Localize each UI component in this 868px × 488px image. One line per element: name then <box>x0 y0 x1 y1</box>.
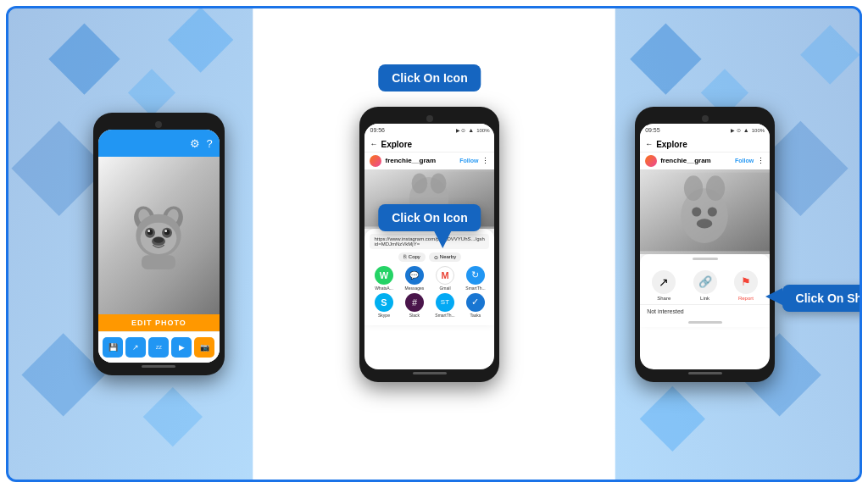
phone2-home-indicator <box>413 372 447 374</box>
stories-btn[interactable]: ▶ <box>171 337 192 358</box>
phone3-battery: 100% <box>752 128 765 133</box>
phone3-screen: 09:55 ▶ ⊙ ▲ 100% ← Explore <box>640 124 770 369</box>
photo-area <box>98 157 220 314</box>
slack-share-item[interactable]: # Slack <box>400 293 428 318</box>
gmail-share-item[interactable]: M Gmail <box>431 266 459 291</box>
svg-point-36 <box>706 175 725 201</box>
copy-btn[interactable]: ⎘ Copy <box>398 252 426 262</box>
slack-icon: # <box>405 293 424 312</box>
phone3-follow-btn[interactable]: Follow <box>735 158 754 164</box>
phone2: 09:56 ▶ ⊙ ▲ 100% ← Explore <box>359 107 499 382</box>
skype-share-item[interactable]: S Skype <box>370 293 398 318</box>
link-option-item[interactable]: 🔗 Link <box>693 270 717 301</box>
phone3-section: 09:55 ▶ ⊙ ▲ 100% ← Explore <box>635 107 775 382</box>
share-option-label: Share <box>657 296 670 301</box>
messages-share-item[interactable]: 💬 Messages <box>400 266 428 291</box>
callout-text-1: Click On Icon <box>392 211 467 225</box>
phone3-signal: ▶ ⊙ <box>731 127 741 133</box>
smartthing2-label: SmartTh... <box>435 313 454 318</box>
phone1-camera <box>155 121 162 128</box>
phone3-wifi: ▲ <box>743 127 749 133</box>
share-option-item[interactable]: ↗ Share <box>652 270 676 301</box>
not-interested-label[interactable]: Not interested <box>640 304 770 318</box>
main-container: ⚙ ? <box>6 6 862 482</box>
share-apps-grid-2: S Skype # Slack <box>370 293 489 318</box>
svg-point-32 <box>431 173 447 193</box>
phone2-wifi: ▲ <box>468 127 474 133</box>
phone1-wrapper: ⚙ ? <box>93 113 225 375</box>
share-icon: ↗ <box>132 343 139 352</box>
edit-photo-btn[interactable]: EDIT PHOTO <box>98 314 220 331</box>
whatsapp-icon: W <box>375 266 393 285</box>
phone2-app-title: Explore <box>381 140 489 149</box>
gmail-icon: M <box>436 266 454 285</box>
help-icon[interactable]: ? <box>207 137 213 150</box>
tasks-icon: ✓ <box>466 293 485 312</box>
phone3-camera <box>702 115 709 122</box>
phone1-home-indicator <box>142 365 175 368</box>
bottom-toolbar: 💾 ↗ ZZ ▶ 📷 <box>98 331 220 363</box>
share-actions-row: ⎘ Copy ⊙ Nearby <box>370 252 489 262</box>
post-later-btn[interactable]: ZZ <box>148 337 169 358</box>
report-option-label: Report <box>738 296 754 301</box>
svg-point-25 <box>165 230 168 232</box>
svg-rect-2 <box>48 23 120 94</box>
share-icon-btn[interactable]: ↗ <box>125 337 146 358</box>
phone3-wrapper: 09:55 ▶ ⊙ ▲ 100% ← Explore <box>635 107 775 382</box>
svg-point-24 <box>148 230 151 232</box>
phone2-screen: 09:56 ▶ ⊙ ▲ 100% ← Explore <box>364 124 494 369</box>
phone3: 09:55 ▶ ⊙ ▲ 100% ← Explore <box>635 107 775 382</box>
phone3-back-icon[interactable]: ← <box>645 140 653 148</box>
smartthing2-share-item[interactable]: ST SmartTh... <box>431 293 459 318</box>
share-sheet: https://www.instagram.com/p/CgDVVYUhS...… <box>364 229 494 325</box>
skype-icon: S <box>375 293 393 312</box>
messages-icon: 💬 <box>405 266 424 285</box>
svg-rect-28 <box>142 255 175 269</box>
messages-label: Messages <box>405 286 425 291</box>
tasks-share-item[interactable]: ✓ Tasks <box>461 293 489 318</box>
report-option-item[interactable]: ⚑ Report <box>734 270 758 301</box>
feed-btn[interactable]: 📷 <box>194 337 214 358</box>
whatsapp-share-item[interactable]: W WhatsA... <box>370 266 398 291</box>
phone2-time: 09:56 <box>370 127 385 133</box>
back-icon[interactable]: ← <box>370 140 377 148</box>
phone3-explore-header: ← Explore <box>640 137 770 152</box>
insta-options-sheet: ↗ Share 🔗 Link <box>640 254 770 327</box>
callout-bubble-1: Click On Icon <box>378 64 481 92</box>
phone2-follow-btn[interactable]: Follow <box>459 158 478 164</box>
share-apps-grid: W WhatsA... 💬 Messages <box>370 266 489 291</box>
sheet-bottom-handle <box>688 321 722 324</box>
more-icon[interactable]: ⋮ <box>481 157 489 165</box>
share-option-icon: ↗ <box>652 270 676 294</box>
nearby-label: Nearby <box>440 254 456 259</box>
copy-icon: ⎘ <box>403 254 407 259</box>
phone3-more-icon[interactable]: ⋮ <box>757 157 765 165</box>
phone1: ⚙ ? <box>93 113 225 375</box>
callout-arrow-2 <box>765 288 782 305</box>
link-option-icon: 🔗 <box>693 270 717 294</box>
phone2-battery: 100% <box>476 128 489 133</box>
phone2-avatar <box>370 155 381 167</box>
svg-rect-11 <box>640 386 705 452</box>
phone3-photo-preview <box>640 169 770 254</box>
phone3-user-row: frenchie__gram Follow ⋮ <box>640 152 770 169</box>
smartthings-label: SmartTh... <box>465 286 485 291</box>
report-option-symbol: ⚑ <box>741 275 751 288</box>
callout-click-icon: Click On Icon <box>378 204 481 231</box>
svg-rect-7 <box>143 387 203 446</box>
link-option-symbol: 🔗 <box>698 275 712 288</box>
smartthings-share-item[interactable]: ↻ SmartTh... <box>461 266 489 291</box>
tasks-label: Tasks <box>470 313 481 318</box>
phone3-time: 09:55 <box>645 127 660 133</box>
phone3-statusbar: 09:55 ▶ ⊙ ▲ 100% <box>640 124 770 137</box>
share-url-text: https://www.instagram.com/p/CgDVVYUhS...… <box>370 234 489 249</box>
nearby-btn[interactable]: ⊙ Nearby <box>429 252 461 262</box>
svg-point-39 <box>697 219 713 228</box>
svg-point-35 <box>684 175 703 201</box>
copy-label: Copy <box>409 254 420 259</box>
save-icon-btn[interactable]: 💾 <box>103 337 123 358</box>
callout-click-share: Click On Share <box>782 285 862 312</box>
phone3-home-indicator <box>688 372 722 374</box>
settings-icon[interactable]: ⚙ <box>190 137 200 150</box>
phone2-section: Click On Icon 09:56 ▶ ⊙ ▲ 100% <box>359 107 499 382</box>
